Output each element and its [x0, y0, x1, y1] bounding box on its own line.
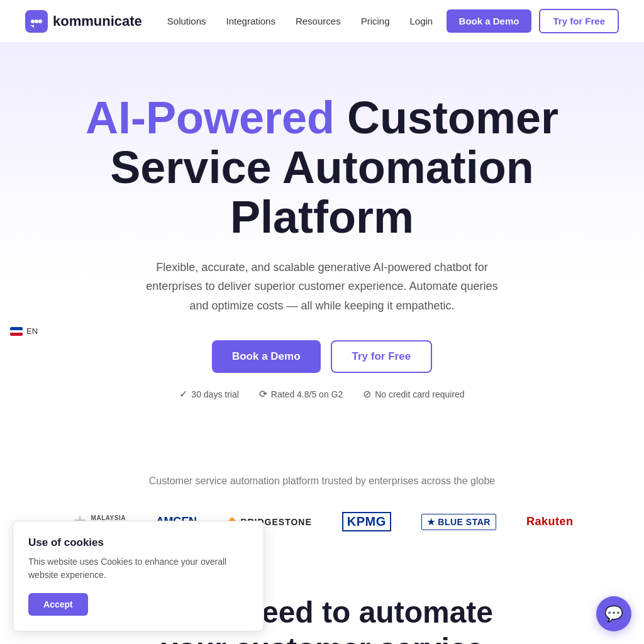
- cookie-banner: Use of cookies This website uses Cookies…: [13, 521, 264, 631]
- nav-actions: Book a Demo Try for Free: [447, 9, 619, 33]
- logo-text: kommunicate: [53, 13, 142, 30]
- logo[interactable]: kommunicate: [25, 10, 142, 33]
- cookie-accept-button[interactable]: Accept: [28, 593, 88, 616]
- chat-widget[interactable]: 💬: [596, 596, 631, 631]
- svg-point-1: [31, 19, 35, 23]
- chat-icon: 💬: [604, 605, 623, 623]
- hero-badges: ✓ 30 days trial ⟳ Rated 4.8/5 on G2 ⊘ No…: [25, 388, 619, 400]
- nav-pricing[interactable]: Pricing: [361, 16, 390, 26]
- hero-badge-trial: ✓ 30 days trial: [179, 388, 238, 400]
- hero-badge-g2: ⟳ Rated 4.8/5 on G2: [259, 388, 343, 400]
- svg-point-3: [38, 19, 42, 23]
- check-icon: ✓: [179, 388, 187, 400]
- hero-title: AI-Powered Customer Service Automation P…: [25, 93, 619, 243]
- badge-trial-text: 30 days trial: [191, 389, 238, 399]
- badge-g2-text: Rated 4.8/5 on G2: [271, 389, 343, 399]
- hero-try-free-button[interactable]: Try for Free: [331, 340, 433, 373]
- nav-try-free-button[interactable]: Try for Free: [539, 9, 619, 33]
- navbar: kommunicate Solutions Integrations Resou…: [0, 0, 644, 43]
- no-card-icon: ⊘: [363, 388, 371, 400]
- logo-kpmg: KPMG: [342, 512, 391, 531]
- hero-title-colored: AI-Powered: [86, 92, 335, 143]
- rakuten-text: Rakuten: [526, 515, 574, 528]
- nav-resources[interactable]: Resources: [296, 16, 341, 26]
- bluestar-star: ★: [427, 517, 436, 527]
- g2-icon: ⟳: [259, 388, 267, 400]
- hero-buttons: Book a Demo Try for Free: [25, 340, 619, 373]
- kpmg-text: KPMG: [347, 514, 386, 529]
- bluestar-text: BLUE STAR: [438, 517, 491, 527]
- hero-subtitle: Flexible, accurate, and scalable generat…: [140, 258, 504, 316]
- nav-book-demo-button[interactable]: Book a Demo: [447, 9, 532, 33]
- nav-login[interactable]: Login: [410, 16, 433, 26]
- nav-solutions[interactable]: Solutions: [167, 16, 206, 26]
- cookie-text: This website uses Cookies to enhance you…: [28, 555, 248, 582]
- logo-icon: [25, 10, 48, 33]
- flag-icon: [10, 327, 23, 336]
- nav-integrations[interactable]: Integrations: [226, 16, 275, 26]
- hero-section: AI-Powered Customer Service Automation P…: [0, 43, 644, 438]
- svg-point-2: [35, 19, 38, 23]
- hero-badge-no-card: ⊘ No credit card required: [363, 388, 464, 400]
- badge-no-card-text: No credit card required: [375, 389, 464, 399]
- lang-bar[interactable]: EN: [10, 326, 38, 336]
- logo-rakuten: Rakuten: [526, 515, 574, 528]
- logo-bluestar: ★ BLUE STAR: [421, 514, 496, 530]
- hero-book-demo-button[interactable]: Book a Demo: [212, 340, 321, 373]
- lang-code: EN: [26, 326, 38, 336]
- trusted-title: Customer service automation platform tru…: [25, 475, 619, 487]
- nav-links: Solutions Integrations Resources Pricing…: [167, 16, 447, 26]
- cookie-title: Use of cookies: [28, 536, 248, 549]
